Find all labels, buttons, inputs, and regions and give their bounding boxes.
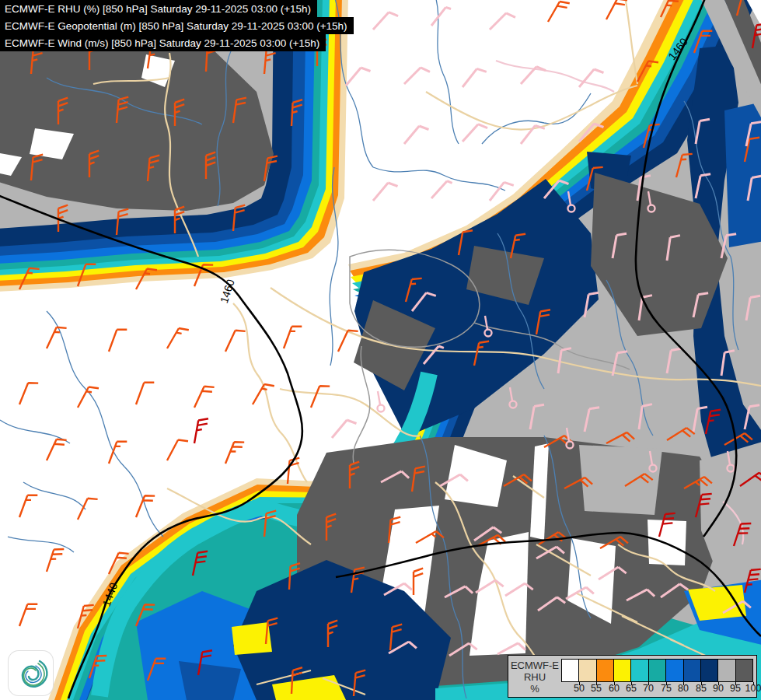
title-line-rhu: ECMWF-E RHU (%) [850 hPa] Saturday 29-11… xyxy=(0,0,317,17)
legend-swatch-row xyxy=(561,659,753,682)
legend-tick-label-55: 55 xyxy=(591,683,602,694)
legend-tick-label-85: 85 xyxy=(696,683,707,694)
legend-tick-label-100: 100 xyxy=(745,683,761,694)
legend-tick-label-65: 65 xyxy=(626,683,637,694)
legend-tick-label-50: 50 xyxy=(574,683,585,694)
legend-swatch-90 xyxy=(700,659,718,682)
legend-color-scale: 50556065707580859095100 xyxy=(561,656,756,697)
app-logo xyxy=(9,651,53,695)
legend-swatch-80 xyxy=(665,659,683,682)
legend-tick-label-95: 95 xyxy=(730,683,741,694)
legend-swatch-55 xyxy=(578,659,596,682)
legend-swatch-75 xyxy=(648,659,666,682)
legend-swatch-100 xyxy=(735,659,753,682)
legend-swatch-70 xyxy=(630,659,648,682)
weather-map-screen: 146014401460 ECMWF-E RHU (%) [850 hPa] S… xyxy=(0,0,761,700)
legend-tick-label-90: 90 xyxy=(713,683,724,694)
legend-tick-label-70: 70 xyxy=(643,683,654,694)
legend-swatch-50 xyxy=(561,659,579,682)
legend-tick-label-60: 60 xyxy=(609,683,620,694)
legend-swatch-60 xyxy=(596,659,614,682)
title-line-geopotential: ECMWF-E Geopotential (m) [850 hPa] Satur… xyxy=(0,17,354,34)
legend-tick-label-80: 80 xyxy=(678,683,689,694)
legend-tick-label-75: 75 xyxy=(661,683,672,694)
legend-param: RHU xyxy=(508,671,561,683)
legend-unit: % xyxy=(508,683,561,695)
legend-swatch-85 xyxy=(683,659,701,682)
legend-label: ECMWF-E RHU % xyxy=(508,656,561,697)
legend-model: ECMWF-E xyxy=(508,660,561,671)
legend-panel: ECMWF-E RHU % 50556065707580859095100 xyxy=(508,655,757,698)
spiral-logo-icon xyxy=(9,651,53,695)
legend-swatch-65 xyxy=(613,659,631,682)
title-line-wind: ECMWF-E Wind (m/s) [850 hPa] Saturday 29… xyxy=(0,34,326,51)
legend-swatch-95 xyxy=(717,659,735,682)
title-block: ECMWF-E RHU (%) [850 hPa] Saturday 29-11… xyxy=(0,0,354,51)
rh-map-canvas: 146014401460 xyxy=(0,0,761,700)
